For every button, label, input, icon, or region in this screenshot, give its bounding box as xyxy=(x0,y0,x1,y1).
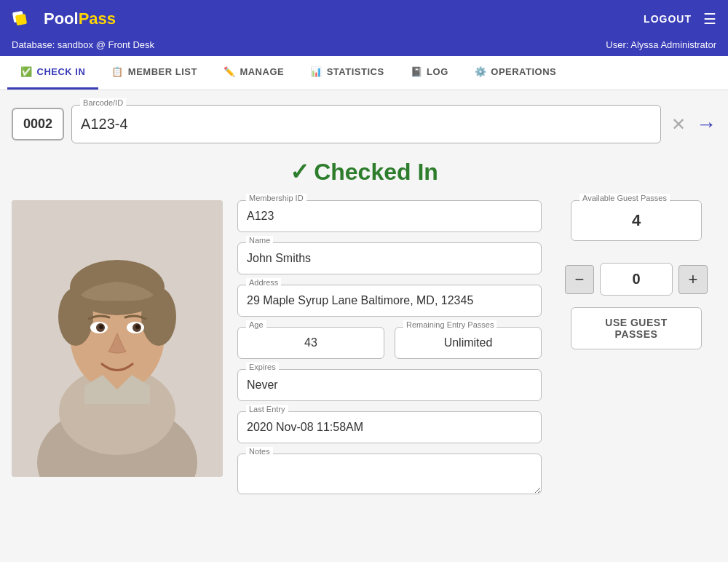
last-entry-input[interactable] xyxy=(237,411,542,443)
sub-header: Database: sandbox @ Front Desk User: Aly… xyxy=(0,38,728,56)
age-label: Age xyxy=(246,320,266,329)
svg-rect-1 xyxy=(15,14,27,25)
name-input[interactable] xyxy=(237,242,542,274)
operations-icon: ⚙️ xyxy=(475,66,487,77)
manage-icon: ✏️ xyxy=(223,66,236,77)
nav-item-statistics[interactable]: 📊 STATISTICS xyxy=(297,56,397,90)
nav-item-operations[interactable]: ⚙️ OPERATIONS xyxy=(462,56,570,90)
logo-text: PoolPass xyxy=(44,9,116,28)
remaining-passes-input[interactable] xyxy=(395,327,542,359)
log-icon: 📓 xyxy=(411,66,423,77)
check-mark-icon: ✓ xyxy=(290,159,309,185)
menu-icon[interactable]: ☰ xyxy=(703,10,716,28)
app-header: PoolPass LOGOUT ☰ xyxy=(0,0,728,38)
statistics-icon: 📊 xyxy=(310,66,323,77)
logo-area: PoolPass xyxy=(12,6,116,32)
clear-icon: ✕ xyxy=(671,114,686,134)
age-passes-row: Age Remaining Entry Passes xyxy=(237,327,542,369)
go-button[interactable]: → xyxy=(696,113,716,136)
nav-item-manage[interactable]: ✏️ MANAGE xyxy=(210,56,297,90)
main-nav: ✅ CHECK IN 📋 MEMBER LIST ✏️ MANAGE 📊 STA… xyxy=(0,56,728,90)
increment-button[interactable]: + xyxy=(678,265,708,294)
address-group: Address xyxy=(237,285,542,317)
decrement-button[interactable]: − xyxy=(565,265,594,294)
remaining-passes-group: Remaining Entry Passes xyxy=(395,327,542,359)
available-passes-wrap: Available Guest Passes 4 xyxy=(571,200,702,241)
notes-group: Notes xyxy=(237,454,542,497)
address-input[interactable] xyxy=(237,285,542,317)
name-label: Name xyxy=(246,236,273,245)
nav-item-member-list[interactable]: 📋 MEMBER LIST xyxy=(98,56,210,90)
member-photo xyxy=(12,200,223,477)
expires-label: Expires xyxy=(246,363,279,371)
header-right: LOGOUT ☰ xyxy=(644,10,716,28)
main-content: 0002 Barcode/ID ✕ → ✓Checked In xyxy=(0,90,728,562)
membership-id-input[interactable] xyxy=(237,200,542,232)
member-list-icon: 📋 xyxy=(111,66,124,77)
notes-label: Notes xyxy=(246,447,273,456)
remaining-passes-label: Remaining Entry Passes xyxy=(403,320,496,329)
available-passes-value: 4 xyxy=(571,200,702,241)
barcode-row: 0002 Barcode/ID ✕ → xyxy=(12,105,716,143)
barcode-field-wrap: Barcode/ID xyxy=(71,105,661,143)
nav-label-manage: MANAGE xyxy=(240,66,284,77)
guest-counter-input[interactable] xyxy=(600,263,673,296)
svg-point-14 xyxy=(99,325,103,329)
fields-column: Membership ID Name Address Age Remaining… xyxy=(237,200,542,507)
logout-button[interactable]: LOGOUT xyxy=(644,13,692,25)
notes-input[interactable] xyxy=(237,454,542,494)
use-guest-passes-button[interactable]: USE GUEST PASSES xyxy=(571,307,702,349)
check-in-icon: ✅ xyxy=(20,66,33,77)
barcode-input[interactable] xyxy=(71,105,661,143)
checked-in-text: Checked In xyxy=(314,159,438,185)
clear-button[interactable]: ✕ xyxy=(668,111,689,138)
expires-group: Expires xyxy=(237,369,542,401)
arrow-right-icon: → xyxy=(696,113,716,135)
person-image xyxy=(12,200,223,477)
nav-item-check-in[interactable]: ✅ CHECK IN xyxy=(7,56,98,90)
guest-counter-row: − + xyxy=(565,263,708,296)
content-grid: Membership ID Name Address Age Remaining… xyxy=(12,200,716,507)
address-label: Address xyxy=(246,278,281,287)
last-entry-group: Last Entry xyxy=(237,411,542,443)
name-group: Name xyxy=(237,242,542,274)
membership-id-label: Membership ID xyxy=(246,194,306,202)
nav-label-member-list: MEMBER LIST xyxy=(128,66,197,77)
barcode-label: Barcode/ID xyxy=(80,98,126,107)
queue-number: 0002 xyxy=(12,108,64,140)
age-input[interactable] xyxy=(237,327,384,359)
nav-label-statistics: STATISTICS xyxy=(327,66,384,77)
photo-column xyxy=(12,200,223,507)
guest-passes-column: Available Guest Passes 4 − + USE GUEST P… xyxy=(556,200,716,507)
logo-icon xyxy=(12,6,38,32)
last-entry-label: Last Entry xyxy=(246,405,288,413)
nav-item-log[interactable]: 📓 LOG xyxy=(397,56,462,90)
membership-id-group: Membership ID xyxy=(237,200,542,232)
expires-input[interactable] xyxy=(237,369,542,401)
nav-label-check-in: CHECK IN xyxy=(37,66,86,77)
user-info: User: Alyssa Administrator xyxy=(606,39,716,50)
checked-in-banner: ✓Checked In xyxy=(12,158,716,186)
nav-label-operations: OPERATIONS xyxy=(491,66,556,77)
age-group: Age xyxy=(237,327,384,359)
svg-point-15 xyxy=(135,325,140,329)
database-info: Database: sandbox @ Front Desk xyxy=(12,39,154,50)
nav-label-log: LOG xyxy=(427,66,448,77)
available-passes-label: Available Guest Passes xyxy=(579,194,670,202)
